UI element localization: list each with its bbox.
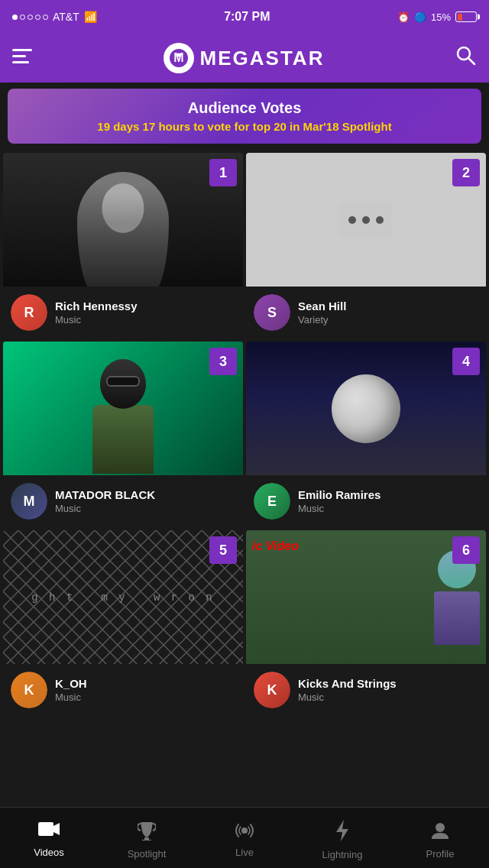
tab-live[interactable]: Live xyxy=(196,818,293,858)
rank-badge: 5 xyxy=(209,536,237,564)
list-item[interactable]: ic Video 6 K Kicks And Strings Music xyxy=(246,530,486,716)
svg-rect-0 xyxy=(12,49,32,51)
card-category: Variety xyxy=(298,314,346,326)
yt-dot xyxy=(348,216,356,224)
card-thumbnail: 1 xyxy=(3,153,243,287)
svg-marker-12 xyxy=(53,823,60,835)
youtube-placeholder xyxy=(339,201,393,239)
card-text: MATADOR BLACK Music xyxy=(55,488,155,514)
battery-label: 15% xyxy=(431,11,451,23)
avatar-placeholder: K xyxy=(11,672,47,708)
tab-videos[interactable]: Videos xyxy=(0,818,98,858)
list-item[interactable]: g h t m y w r o n 5 K K_OH Music xyxy=(3,530,243,716)
rank-badge: 3 xyxy=(209,348,237,375)
avatar-placeholder: M xyxy=(11,483,47,520)
cards-grid: 1 R Rich Hennessy Music 2 xyxy=(0,150,489,719)
card-info: K K_OH Music xyxy=(3,664,243,716)
app-logo: M MEGASTAR xyxy=(164,43,325,73)
app-header: M MEGASTAR xyxy=(0,34,489,83)
yt-dot xyxy=(362,216,370,224)
card-text: K_OH Music xyxy=(55,677,87,703)
card-name: Sean Hill xyxy=(298,300,346,313)
tab-lightning[interactable]: Lightning xyxy=(293,815,391,860)
avatar-placeholder: R xyxy=(11,294,47,331)
avatar: E xyxy=(254,483,290,520)
avatar-placeholder: K xyxy=(254,672,290,708)
trophy-icon xyxy=(138,821,156,845)
avatar: M xyxy=(11,483,47,520)
card-text: Sean Hill Variety xyxy=(298,300,346,326)
signal-dot xyxy=(28,15,33,20)
search-icon[interactable] xyxy=(455,45,477,71)
card-name: Rich Hennessy xyxy=(55,300,138,313)
bluetooth-icon: 🔵 xyxy=(414,11,426,23)
card-info: R Rich Hennessy Music xyxy=(3,287,243,338)
list-item[interactable]: 2 S Sean Hill Variety xyxy=(246,153,486,338)
tab-spotlight[interactable]: Spotlight xyxy=(98,816,196,860)
card-category: Music xyxy=(55,314,138,326)
avatar: K xyxy=(11,672,47,708)
svg-point-17 xyxy=(436,823,445,832)
svg-rect-11 xyxy=(38,822,53,836)
battery-indicator xyxy=(455,11,477,22)
card-info: S Sean Hill Variety xyxy=(246,287,486,338)
tab-lightning-label: Lightning xyxy=(322,849,363,860)
card-text: Rich Hennessy Music xyxy=(55,300,138,326)
music-video-text: ic Video xyxy=(252,539,299,553)
card-text: Kicks And Strings Music xyxy=(298,677,397,703)
signal-dots xyxy=(12,15,48,20)
list-item[interactable]: 1 R Rich Hennessy Music xyxy=(3,153,243,338)
logo-icon: M xyxy=(164,43,194,73)
live-icon xyxy=(234,822,255,844)
card-info: M MATADOR BLACK Music xyxy=(3,475,243,527)
rank-badge: 6 xyxy=(452,536,480,564)
tab-profile[interactable]: Profile xyxy=(391,816,489,860)
avatar-placeholder: E xyxy=(254,483,290,520)
tab-bar: Videos Spotlight Live xyxy=(0,807,489,868)
card-thumbnail: 4 xyxy=(246,342,486,475)
card-thumbnail: 2 xyxy=(246,153,486,287)
card-category: Music xyxy=(55,503,155,514)
fence-text: g h t m y w r o n xyxy=(31,591,214,604)
time-display: 7:07 PM xyxy=(224,10,270,24)
lightning-icon xyxy=(335,820,350,846)
svg-marker-16 xyxy=(336,820,348,841)
card-name: MATADOR BLACK xyxy=(55,488,155,501)
status-right: ⏰ 🔵 15% xyxy=(397,11,477,23)
avatar: K xyxy=(254,672,290,708)
avatar-placeholder: S xyxy=(254,294,290,331)
card-name: Kicks And Strings xyxy=(298,677,397,690)
list-item[interactable]: 4 E Emilio Ramires Music xyxy=(246,342,486,527)
yt-dot xyxy=(376,216,384,224)
card-thumbnail: g h t m y w r o n 5 xyxy=(3,530,243,664)
card-thumbnail: 3 xyxy=(3,342,243,475)
rank-badge: 2 xyxy=(452,159,480,186)
card-name: Emilio Ramires xyxy=(298,488,381,501)
card-name: K_OH xyxy=(55,677,87,690)
rank-badge: 4 xyxy=(452,348,480,375)
card-category: Music xyxy=(298,691,397,703)
card-thumbnail: ic Video 6 xyxy=(246,530,486,664)
tab-spotlight-label: Spotlight xyxy=(128,848,167,860)
status-bar: AT&T 📶 7:07 PM ⏰ 🔵 15% xyxy=(0,0,489,34)
moon-graphic xyxy=(332,374,400,443)
bars-icon[interactable] xyxy=(12,49,32,68)
votes-banner: Audience Votes 19 days 17 hours to vote … xyxy=(8,89,481,144)
card-info: E Emilio Ramires Music xyxy=(246,475,486,527)
app-title: MEGASTAR xyxy=(200,47,325,70)
card-info: K Kicks And Strings Music xyxy=(246,664,486,716)
tab-profile-label: Profile xyxy=(426,848,455,860)
signal-dot xyxy=(35,15,40,20)
votes-subtitle: 19 days 17 hours to vote for top 20 in M… xyxy=(21,120,468,133)
card-text: Emilio Ramires Music xyxy=(298,488,381,514)
list-item[interactable]: 3 M MATADOR BLACK Music xyxy=(3,342,243,527)
tab-videos-label: Videos xyxy=(34,847,64,858)
profile-icon xyxy=(430,821,450,845)
svg-rect-1 xyxy=(12,55,26,57)
svg-rect-2 xyxy=(12,61,29,63)
signal-dot xyxy=(43,15,48,20)
card-category: Music xyxy=(55,691,87,703)
outdoor-scene xyxy=(434,550,480,645)
svg-point-5 xyxy=(176,53,180,57)
svg-point-15 xyxy=(241,828,248,834)
